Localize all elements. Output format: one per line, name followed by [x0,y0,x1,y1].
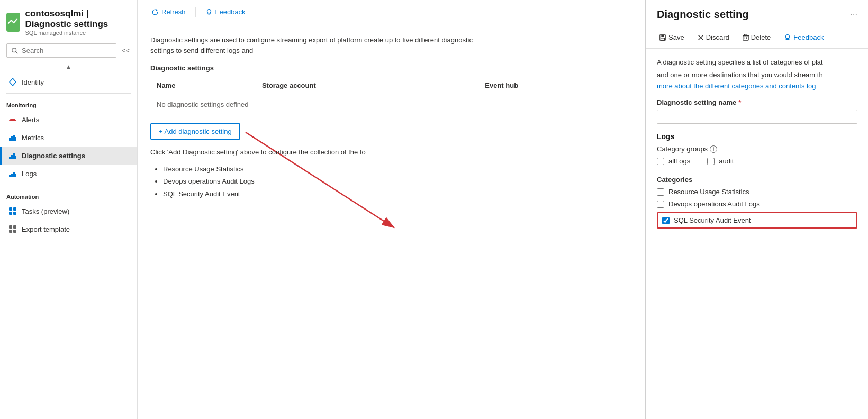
svg-rect-35 [744,34,747,36]
svg-rect-15 [9,207,12,211]
svg-rect-1 [10,119,15,120]
annotation-arrow-svg [150,127,468,275]
page-title: contososqlmi | Diagnostic settings [25,8,131,30]
svg-rect-3 [9,138,11,141]
discard-label: Discard [706,33,729,41]
checkbox-audit: audit [707,157,734,165]
sidebar-item-metrics[interactable]: Metrics [0,129,137,147]
delete-button[interactable]: Delete [738,31,775,44]
resource-usage-label: Resource Usage Statistics [668,188,749,196]
monitoring-divider [6,93,131,94]
app-icon [6,13,20,32]
diamond-icon [8,77,17,87]
devops-label: Devops operations Audit Logs [668,200,760,208]
add-diagnostic-setting-button[interactable]: + Add diagnostic setting [150,123,240,140]
feedback-icon [205,8,213,16]
sidebar-item-export[interactable]: Export template [0,220,137,238]
col-storage: Storage account [256,77,478,94]
more-options-button[interactable]: ··· [851,10,857,20]
bell-icon [8,115,17,124]
rp-feedback-label: Feedback [793,33,824,41]
svg-rect-16 [13,207,16,211]
save-label: Save [668,33,684,41]
sidebar-item-tasks[interactable]: Tasks (preview) [0,202,137,220]
rp-feedback-button[interactable]: Feedback [780,31,828,44]
category-groups-label: Category groups i [657,145,857,153]
svg-rect-5 [13,135,15,141]
sidebar-header: contososqlmi | Diagnostic settings SQL m… [0,0,137,40]
svg-rect-18 [13,212,16,215]
allLogs-checkbox[interactable] [657,158,664,165]
sidebar-item-label: Tasks (preview) [22,207,69,215]
metrics-icon [8,133,17,142]
sidebar-item-label: Export template [22,225,70,233]
refresh-button[interactable]: Refresh [146,5,191,19]
sidebar-search-row: << [0,40,137,61]
main-area: Refresh Feedback Diagnostic settings are… [138,0,646,419]
svg-rect-20 [13,225,16,229]
sidebar-item-label: Alerts [22,116,39,124]
sidebar-item-alerts[interactable]: Alerts [0,111,137,129]
col-eventhub: Event hub [478,77,632,94]
devops-checkbox[interactable] [657,201,664,208]
search-input[interactable] [6,43,116,58]
svg-rect-28 [661,38,665,40]
form-name-label: Diagnostic setting name * [657,98,857,106]
scroll-up-arrow: ▲ [0,61,137,73]
sidebar-item-identity[interactable]: Identity [0,73,137,91]
checkbox-devops: Devops operations Audit Logs [657,200,857,208]
diag-settings-section: Diagnostic settings Name Storage account… [150,64,632,115]
svg-rect-13 [13,172,15,177]
feedback-button[interactable]: Feedback [200,5,251,19]
svg-line-25 [246,132,394,227]
diagnostic-setting-name-input[interactable] [657,110,857,124]
info-icon: i [710,145,717,153]
collapse-button[interactable]: << [119,44,133,57]
rp-link[interactable]: more about the different categories and … [657,82,816,90]
sidebar-item-label: Diagnostic settings [22,152,85,160]
rp-description2: and one or more destinations that you wo… [657,70,857,80]
rp-sep2 [736,33,736,42]
svg-rect-31 [743,35,748,40]
list-item: Devops operations Audit Logs [163,175,255,187]
svg-rect-22 [13,230,16,233]
checkbox-resource-usage: Resource Usage Statistics [657,188,857,196]
save-button[interactable]: Save [655,31,689,44]
sidebar-item-diagnostic-settings[interactable]: Diagnostic settings [0,147,137,165]
delete-label: Delete [751,33,771,41]
list-item: SQL Security Audit Event [163,188,255,200]
sidebar-item-logs[interactable]: Logs [0,165,137,183]
sql-security-label: SQL Security Audit Event [674,216,751,224]
svg-rect-8 [11,155,13,159]
svg-rect-4 [11,136,13,141]
sidebar-item-label: Logs [22,170,37,178]
bullet-list: Resource Usage Statistics Devops operati… [150,163,255,200]
logs-section-title: Logs [657,132,857,141]
monitoring-section-label: Monitoring [0,96,137,111]
right-panel-header: Diagnostic setting ··· [646,0,868,26]
svg-rect-21 [9,230,12,233]
export-icon [8,224,17,234]
right-panel-toolbar: Save Discard Delete [646,26,868,49]
table-row-empty: No diagnostic settings defined [150,94,632,115]
rp-sep1 [691,33,691,42]
resource-usage-checkbox[interactable] [657,188,664,196]
main-toolbar: Refresh Feedback [138,0,645,24]
right-panel-title-row: Diagnostic setting ··· [657,8,857,21]
svg-point-36 [786,34,790,38]
empty-row-message: No diagnostic settings defined [150,94,632,115]
automation-section-label: Automation [0,187,137,202]
discard-button[interactable]: Discard [693,31,734,44]
delete-icon [743,34,749,41]
sql-security-checkbox[interactable] [662,217,670,224]
svg-rect-2 [9,120,16,121]
svg-rect-12 [11,174,13,177]
list-item: Resource Usage Statistics [163,163,255,175]
add-setting-container: + Add diagnostic setting [150,123,240,148]
audit-checkbox[interactable] [707,158,715,165]
diagnostic-icon [8,151,17,160]
svg-rect-6 [15,137,16,141]
main-description: Diagnostic settings are used to configur… [150,35,489,56]
svg-rect-10 [15,156,16,159]
rp-sep3 [777,33,777,42]
